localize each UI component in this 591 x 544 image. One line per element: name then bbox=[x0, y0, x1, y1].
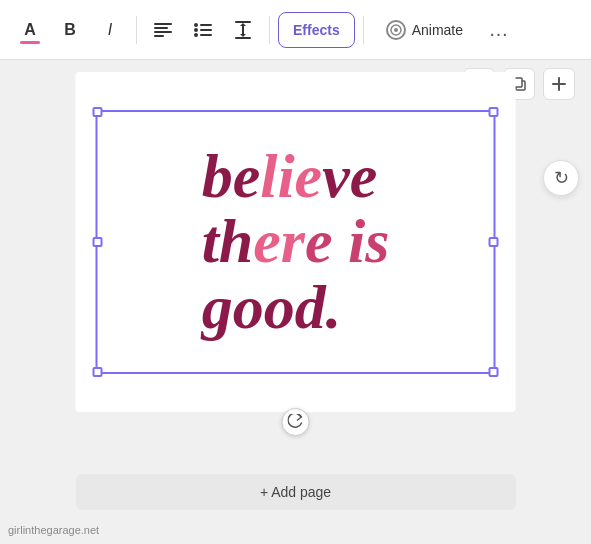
bold-label: B bbox=[64, 21, 76, 39]
align-icon bbox=[154, 23, 172, 37]
svg-rect-1 bbox=[154, 27, 168, 29]
toolbar: A B I bbox=[0, 0, 591, 60]
divider-1 bbox=[136, 16, 137, 44]
svg-point-8 bbox=[194, 33, 198, 37]
rotate-handle[interactable] bbox=[282, 408, 310, 436]
more-button[interactable]: … bbox=[481, 12, 517, 48]
svg-rect-9 bbox=[200, 34, 212, 36]
svg-point-6 bbox=[194, 28, 198, 32]
more-label: … bbox=[489, 18, 510, 41]
svg-rect-10 bbox=[235, 21, 251, 23]
font-color-bar bbox=[20, 41, 40, 44]
canvas-card: believe there is good. bbox=[76, 72, 516, 412]
italic-button[interactable]: I bbox=[92, 12, 128, 48]
brand-label: girlinthegarage.net bbox=[8, 524, 99, 536]
align-button[interactable] bbox=[145, 12, 181, 48]
svg-rect-3 bbox=[154, 35, 164, 37]
refresh-icon: ↻ bbox=[554, 167, 569, 189]
svg-rect-2 bbox=[154, 31, 172, 33]
word-art-text: believe there is good. bbox=[202, 144, 390, 339]
add-page-button[interactable]: + Add page bbox=[76, 474, 516, 510]
svg-rect-22 bbox=[558, 77, 560, 91]
svg-rect-7 bbox=[200, 29, 212, 31]
list-button[interactable] bbox=[185, 12, 221, 48]
svg-point-4 bbox=[194, 23, 198, 27]
svg-marker-13 bbox=[240, 23, 246, 26]
brand-text: girlinthegarage.net bbox=[8, 524, 99, 536]
spacing-icon bbox=[235, 21, 251, 39]
svg-marker-14 bbox=[240, 34, 246, 37]
canvas-wrapper: believe there is good. bbox=[68, 72, 523, 412]
effects-label: Effects bbox=[293, 22, 340, 38]
divider-2 bbox=[269, 16, 270, 44]
italic-label: I bbox=[108, 21, 112, 39]
text-content[interactable]: believe there is good. bbox=[100, 114, 492, 370]
svg-rect-5 bbox=[200, 24, 212, 26]
animate-icon bbox=[386, 20, 406, 40]
list-icon bbox=[194, 23, 212, 37]
svg-rect-0 bbox=[154, 23, 172, 25]
add-element-icon bbox=[552, 77, 566, 91]
divider-3 bbox=[363, 16, 364, 44]
bold-button[interactable]: B bbox=[52, 12, 88, 48]
spacing-button[interactable] bbox=[225, 12, 261, 48]
rotate-icon bbox=[288, 414, 304, 430]
svg-rect-11 bbox=[235, 37, 251, 39]
font-color-label: A bbox=[24, 21, 36, 39]
refresh-button[interactable]: ↻ bbox=[543, 160, 579, 196]
svg-point-16 bbox=[394, 28, 398, 32]
add-element-button[interactable] bbox=[543, 68, 575, 100]
animate-button[interactable]: Animate bbox=[372, 12, 477, 48]
add-page-label: + Add page bbox=[260, 484, 331, 500]
effects-button[interactable]: Effects bbox=[278, 12, 355, 48]
font-color-button[interactable]: A bbox=[12, 12, 48, 48]
animate-label: Animate bbox=[412, 22, 463, 38]
